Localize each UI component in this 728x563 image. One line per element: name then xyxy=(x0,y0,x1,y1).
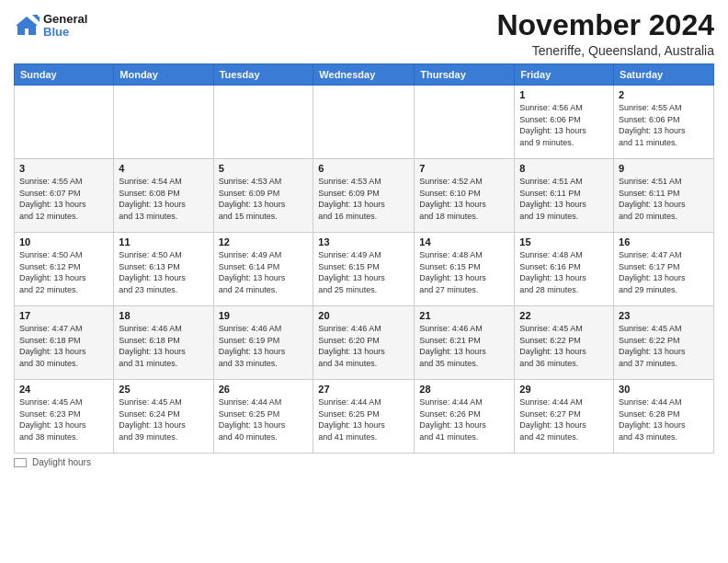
day-number: 30 xyxy=(619,384,709,395)
day-number: 20 xyxy=(318,310,409,321)
calendar-cell: 15Sunrise: 4:48 AM Sunset: 6:16 PM Dayli… xyxy=(515,233,614,306)
day-number: 28 xyxy=(419,384,509,395)
day-info: Sunrise: 4:44 AM Sunset: 6:26 PM Dayligh… xyxy=(419,396,509,442)
day-info: Sunrise: 4:45 AM Sunset: 6:22 PM Dayligh… xyxy=(519,323,609,369)
day-info: Sunrise: 4:46 AM Sunset: 6:20 PM Dayligh… xyxy=(318,323,409,369)
day-number: 10 xyxy=(19,236,108,247)
logo: General Blue xyxy=(14,13,87,40)
day-number: 13 xyxy=(318,236,409,247)
footer: Daylight hours xyxy=(14,457,714,467)
calendar-cell: 8Sunrise: 4:51 AM Sunset: 6:11 PM Daylig… xyxy=(515,159,614,233)
calendar-cell: 6Sunrise: 4:53 AM Sunset: 6:09 PM Daylig… xyxy=(313,159,415,233)
calendar-cell: 27Sunrise: 4:44 AM Sunset: 6:25 PM Dayli… xyxy=(313,380,415,454)
calendar-cell: 14Sunrise: 4:48 AM Sunset: 6:15 PM Dayli… xyxy=(415,233,515,306)
col-thursday: Thursday xyxy=(415,64,515,86)
day-info: Sunrise: 4:45 AM Sunset: 6:24 PM Dayligh… xyxy=(119,396,208,442)
day-info: Sunrise: 4:55 AM Sunset: 6:07 PM Dayligh… xyxy=(19,176,108,222)
day-number: 6 xyxy=(318,163,409,174)
calendar-cell xyxy=(213,86,313,159)
calendar-cell: 19Sunrise: 4:46 AM Sunset: 6:19 PM Dayli… xyxy=(213,306,313,380)
day-number: 12 xyxy=(219,236,309,247)
day-info: Sunrise: 4:53 AM Sunset: 6:09 PM Dayligh… xyxy=(318,176,409,222)
day-number: 17 xyxy=(19,310,108,321)
subtitle: Teneriffe, Queensland, Australia xyxy=(496,43,714,58)
calendar-cell: 16Sunrise: 4:47 AM Sunset: 6:17 PM Dayli… xyxy=(614,233,714,306)
calendar-cell: 10Sunrise: 4:50 AM Sunset: 6:12 PM Dayli… xyxy=(15,233,114,306)
calendar-cell: 13Sunrise: 4:49 AM Sunset: 6:15 PM Dayli… xyxy=(313,233,415,306)
day-info: Sunrise: 4:49 AM Sunset: 6:15 PM Dayligh… xyxy=(318,249,409,295)
footer-label: Daylight hours xyxy=(32,457,91,467)
calendar-table: Sunday Monday Tuesday Wednesday Thursday… xyxy=(14,63,714,454)
calendar-cell: 28Sunrise: 4:44 AM Sunset: 6:26 PM Dayli… xyxy=(415,380,515,454)
day-info: Sunrise: 4:44 AM Sunset: 6:25 PM Dayligh… xyxy=(318,396,409,442)
col-sunday: Sunday xyxy=(15,64,114,86)
day-number: 11 xyxy=(119,236,208,247)
calendar-cell: 9Sunrise: 4:51 AM Sunset: 6:11 PM Daylig… xyxy=(614,159,714,233)
calendar-week-4: 17Sunrise: 4:47 AM Sunset: 6:18 PM Dayli… xyxy=(15,306,714,380)
day-number: 27 xyxy=(318,384,409,395)
calendar-cell: 7Sunrise: 4:52 AM Sunset: 6:10 PM Daylig… xyxy=(415,159,515,233)
calendar-cell: 22Sunrise: 4:45 AM Sunset: 6:22 PM Dayli… xyxy=(515,306,614,380)
calendar-cell: 18Sunrise: 4:46 AM Sunset: 6:18 PM Dayli… xyxy=(114,306,213,380)
logo-text: General Blue xyxy=(43,13,87,40)
day-number: 1 xyxy=(519,89,609,100)
col-wednesday: Wednesday xyxy=(313,64,415,86)
day-info: Sunrise: 4:52 AM Sunset: 6:10 PM Dayligh… xyxy=(419,176,509,222)
calendar-cell xyxy=(114,86,213,159)
day-info: Sunrise: 4:47 AM Sunset: 6:18 PM Dayligh… xyxy=(19,323,108,369)
day-info: Sunrise: 4:54 AM Sunset: 6:08 PM Dayligh… xyxy=(119,176,208,222)
title-section: November 2024 Teneriffe, Queensland, Aus… xyxy=(496,9,714,58)
day-number: 24 xyxy=(19,384,108,395)
day-info: Sunrise: 4:45 AM Sunset: 6:22 PM Dayligh… xyxy=(619,323,709,369)
day-info: Sunrise: 4:44 AM Sunset: 6:28 PM Dayligh… xyxy=(619,396,709,442)
col-tuesday: Tuesday xyxy=(213,64,313,86)
calendar-header-row: Sunday Monday Tuesday Wednesday Thursday… xyxy=(15,64,714,86)
calendar-cell: 17Sunrise: 4:47 AM Sunset: 6:18 PM Dayli… xyxy=(15,306,114,380)
day-info: Sunrise: 4:45 AM Sunset: 6:23 PM Dayligh… xyxy=(19,396,108,442)
calendar-cell: 11Sunrise: 4:50 AM Sunset: 6:13 PM Dayli… xyxy=(114,233,213,306)
calendar-cell xyxy=(313,86,415,159)
day-info: Sunrise: 4:47 AM Sunset: 6:17 PM Dayligh… xyxy=(619,249,709,295)
day-info: Sunrise: 4:51 AM Sunset: 6:11 PM Dayligh… xyxy=(619,176,709,222)
day-number: 26 xyxy=(219,384,309,395)
day-number: 19 xyxy=(219,310,309,321)
calendar-cell: 21Sunrise: 4:46 AM Sunset: 6:21 PM Dayli… xyxy=(415,306,515,380)
day-info: Sunrise: 4:49 AM Sunset: 6:14 PM Dayligh… xyxy=(219,249,309,295)
day-number: 2 xyxy=(619,89,709,100)
calendar-cell: 25Sunrise: 4:45 AM Sunset: 6:24 PM Dayli… xyxy=(114,380,213,454)
day-info: Sunrise: 4:53 AM Sunset: 6:09 PM Dayligh… xyxy=(219,176,309,222)
day-info: Sunrise: 4:56 AM Sunset: 6:06 PM Dayligh… xyxy=(519,102,609,148)
day-number: 9 xyxy=(619,163,709,174)
day-number: 15 xyxy=(519,236,609,247)
logo-line1: General xyxy=(43,12,87,26)
calendar-week-1: 1Sunrise: 4:56 AM Sunset: 6:06 PM Daylig… xyxy=(15,86,714,159)
day-number: 25 xyxy=(119,384,208,395)
calendar-cell: 12Sunrise: 4:49 AM Sunset: 6:14 PM Dayli… xyxy=(213,233,313,306)
page-container: General Blue November 2024 Teneriffe, Qu… xyxy=(0,0,728,472)
day-number: 3 xyxy=(19,163,108,174)
calendar-week-5: 24Sunrise: 4:45 AM Sunset: 6:23 PM Dayli… xyxy=(15,380,714,454)
calendar-cell: 26Sunrise: 4:44 AM Sunset: 6:25 PM Dayli… xyxy=(213,380,313,454)
calendar-week-3: 10Sunrise: 4:50 AM Sunset: 6:12 PM Dayli… xyxy=(15,233,714,306)
calendar-cell: 30Sunrise: 4:44 AM Sunset: 6:28 PM Dayli… xyxy=(614,380,714,454)
calendar-week-2: 3Sunrise: 4:55 AM Sunset: 6:07 PM Daylig… xyxy=(15,159,714,233)
day-info: Sunrise: 4:44 AM Sunset: 6:27 PM Dayligh… xyxy=(519,396,609,442)
day-info: Sunrise: 4:55 AM Sunset: 6:06 PM Dayligh… xyxy=(619,102,709,148)
calendar-cell: 1Sunrise: 4:56 AM Sunset: 6:06 PM Daylig… xyxy=(515,86,614,159)
calendar-cell: 29Sunrise: 4:44 AM Sunset: 6:27 PM Dayli… xyxy=(515,380,614,454)
day-number: 7 xyxy=(419,163,509,174)
calendar-cell: 20Sunrise: 4:46 AM Sunset: 6:20 PM Dayli… xyxy=(313,306,415,380)
day-info: Sunrise: 4:50 AM Sunset: 6:13 PM Dayligh… xyxy=(119,249,208,295)
calendar-cell: 4Sunrise: 4:54 AM Sunset: 6:08 PM Daylig… xyxy=(114,159,213,233)
header: General Blue November 2024 Teneriffe, Qu… xyxy=(14,9,714,58)
calendar-cell: 23Sunrise: 4:45 AM Sunset: 6:22 PM Dayli… xyxy=(614,306,714,380)
calendar-cell: 3Sunrise: 4:55 AM Sunset: 6:07 PM Daylig… xyxy=(15,159,114,233)
day-info: Sunrise: 4:51 AM Sunset: 6:11 PM Dayligh… xyxy=(519,176,609,222)
logo-icon xyxy=(14,13,40,39)
day-number: 4 xyxy=(119,163,208,174)
logo-line2: Blue xyxy=(43,25,69,39)
calendar-cell: 24Sunrise: 4:45 AM Sunset: 6:23 PM Dayli… xyxy=(15,380,114,454)
main-title: November 2024 xyxy=(496,9,714,41)
day-number: 29 xyxy=(519,384,609,395)
day-number: 18 xyxy=(119,310,208,321)
